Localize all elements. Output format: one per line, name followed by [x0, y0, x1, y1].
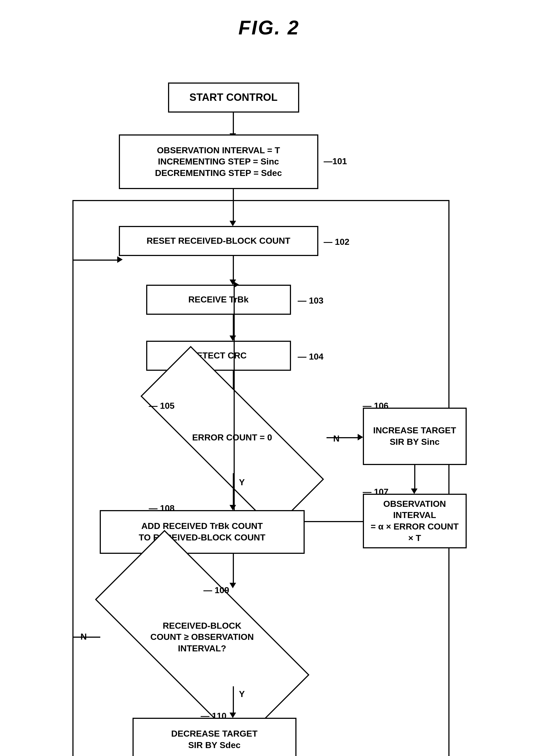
label-y2: Y	[239, 689, 245, 699]
label-n1: N	[333, 434, 340, 444]
arrowhead-101-to-102	[230, 221, 236, 226]
ref-109: — 109	[203, 585, 229, 595]
arrowhead-105-to-108	[230, 505, 236, 511]
ref-110: — 110	[201, 711, 227, 721]
box-106: INCREASE TARGET SIR BY Sinc	[363, 407, 467, 465]
arrow-105-to-106-h	[327, 437, 359, 438]
start-control-box: START CONTROL	[168, 82, 299, 113]
arrow-109-left-h	[73, 637, 100, 638]
ref-101: —101	[324, 156, 347, 166]
page: FIG. 2 START CONTROL OBSERVATION INTERVA…	[0, 0, 538, 756]
ref-104: — 104	[298, 351, 324, 362]
box-108: ADD RECEIVED TrBk COUNT TO RECEIVED-BLOC…	[100, 510, 305, 554]
ref-106: — 106	[363, 401, 389, 411]
arrow-109-to-110	[233, 686, 234, 714]
arrow-102-to-103	[233, 256, 234, 281]
arrow-108-to-109	[233, 554, 234, 584]
arrow-105-to-108-v	[233, 473, 234, 506]
diamond-105: ERROR COUNT = 0	[138, 402, 327, 473]
ref-102: — 102	[324, 237, 350, 247]
box-110: DECREASE TARGET SIR BY Sdec	[133, 718, 296, 756]
arrowhead-loop-to-103	[234, 281, 239, 288]
ref-107: — 107	[363, 487, 389, 497]
flowchart: START CONTROL OBSERVATION INTERVAL = T I…	[64, 55, 474, 738]
arrowhead-106-to-107	[411, 489, 417, 494]
arrow-109-up-to-102	[73, 226, 74, 638]
diamond-109: RECEIVED-BLOCK COUNT ≥ OBSERVATION INTER…	[100, 588, 305, 686]
box-102: RESET RECEIVED-BLOCK COUNT	[119, 226, 318, 256]
arrowhead-103-to-104	[230, 336, 236, 341]
box-107: OBSERVATION INTERVAL = α × ERROR COUNT ×…	[363, 494, 467, 548]
diamond-text-109: RECEIVED-BLOCK COUNT ≥ OBSERVATION INTER…	[150, 620, 253, 654]
arrowhead-109-to-110	[230, 713, 236, 718]
box-104: DETECT CRC	[146, 341, 291, 371]
label-y1: Y	[239, 477, 245, 487]
diamond-text-105: ERROR COUNT = 0	[192, 432, 272, 444]
arrow-n2-to-102	[73, 259, 119, 261]
ref-105: — 105	[149, 401, 175, 411]
arrow-106-to-107	[414, 465, 415, 490]
box-101: OBSERVATION INTERVAL = T INCREMENTING ST…	[119, 135, 318, 189]
ref-103: — 103	[298, 296, 324, 306]
arrow-101-to-102	[233, 189, 234, 222]
figure-title: FIG. 2	[238, 16, 299, 39]
box-103: RECEIVE TrBk	[146, 285, 291, 315]
arrowhead-105-to-106	[358, 434, 363, 440]
arrowhead-108-to-109	[230, 583, 236, 588]
arrow-start-to-101	[233, 113, 234, 135]
ref-108: — 108	[149, 503, 175, 513]
